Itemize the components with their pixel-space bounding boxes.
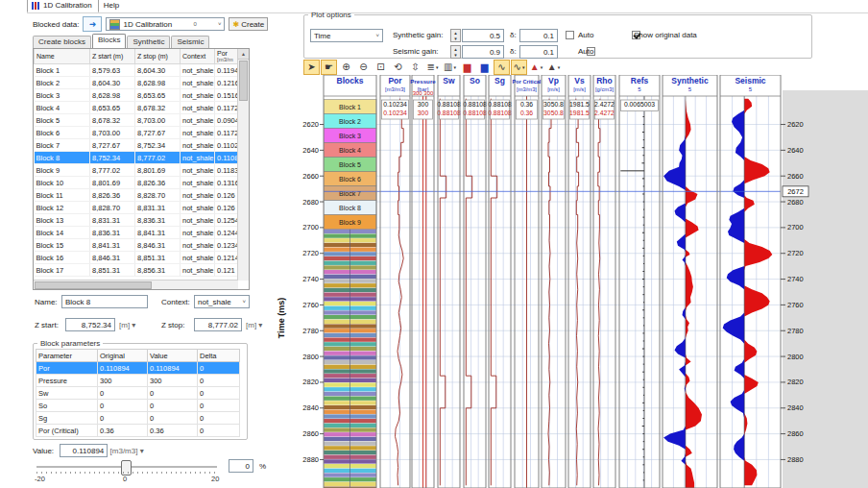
percent-input[interactable]: 0 [229,459,253,473]
table-row[interactable]: Block 68,703.008,727.67not_shale0.1172 [35,127,239,139]
table-row[interactable]: Block 98,777.028,801.69not_shale0.1183 [35,164,239,177]
svg-text:2780: 2780 [302,327,319,335]
synthetic-gain-input[interactable]: 0.5 [462,29,504,42]
svg-text:Block 2: Block 2 [339,118,361,125]
table-horizontal-scrollbar[interactable] [34,280,238,289]
vscroll-thumb[interactable] [239,61,248,101]
tab-seismic[interactable]: Seismic [171,36,209,48]
table-row[interactable]: Block 118,826.368,828.70not_shale0.126 [35,189,239,202]
marker-dark-icon[interactable]: ▲▾ [545,60,562,75]
table-row[interactable]: Block 18,579.638,604.30not_shale0.1194 [35,64,239,77]
marker-red-icon[interactable]: ▲▾ [528,60,544,75]
tab-create-blocks[interactable]: Create blocks [33,36,91,48]
svg-text:2860: 2860 [302,429,319,438]
value-row: Value: 0.110894 [m3/m3] ▾ [33,444,144,457]
create-button[interactable]: ✱ Create [229,17,268,31]
svg-text:[m/s]: [m/s] [547,86,560,92]
zstart-unit-dropdown[interactable]: [m] ▾ [119,321,135,329]
col-zstop[interactable]: Z stop (m) [135,49,181,64]
table-row[interactable]: Block 28,604.308,628.98not_shale0.1216 [35,77,239,89]
col-context[interactable]: Context [181,49,215,64]
parameter-row[interactable]: Pressure3003000 [36,375,240,387]
svg-text:0.88108: 0.88108 [437,101,461,108]
tab-synthetic[interactable]: Synthetic [127,36,170,48]
col-por[interactable]: Por[m3/m [215,49,239,64]
svg-text:2640: 2640 [787,146,804,155]
table-row[interactable]: Block 138,831.318,836.31not_shale0.1254 [35,214,239,227]
density-blue-icon[interactable]: ▆ [476,60,493,75]
density-red-icon[interactable]: ▆ [459,60,475,75]
params-col-value: Value [148,350,198,362]
table-row[interactable]: Block 128,828.708,831.31not_shale0.126 [35,202,239,214]
context-select[interactable]: not_shale˅ [194,295,250,308]
parameter-row[interactable]: Por (Critical)0.360.360 [36,425,240,437]
col-zstart[interactable]: Z start (m) [90,49,135,64]
zstart-input[interactable]: 8,752.34 [65,318,115,331]
tab-blocks[interactable]: Blocks [92,34,127,48]
wiggle-seismic-icon[interactable]: ∿▾ [511,60,527,75]
table-row[interactable]: Block 38,628.988,653.65not_shale0.1516 [35,89,239,102]
zstop-unit-dropdown[interactable]: [m] ▾ [246,321,262,329]
zstart-label: Z start: [35,321,59,329]
svg-text:0.88108: 0.88108 [437,110,461,116]
window-tab[interactable]: 1D Calibration [27,0,99,12]
svg-text:3050.8: 3050.8 [543,101,564,108]
plot-options-group: Plot options Time˅ Synthetic gain: ▴▾ 0.… [303,11,812,59]
zstop-input[interactable]: 8,777.02 [194,318,242,331]
seismic-gain-input[interactable]: 0.9 [462,45,504,59]
fit-view-icon[interactable]: ⇳ [407,60,423,75]
table-row[interactable]: Block 78,727.678,752.34not_shale0.1102 [35,139,239,152]
svg-text:Block 4: Block 4 [339,147,361,154]
window-tab[interactable]: Help [99,0,126,12]
parameter-row[interactable]: Por0.1108940.1108940 [36,362,240,375]
svg-text:Por: Por [388,76,402,85]
col-name[interactable]: Name [35,49,90,64]
table-header-row[interactable]: Name Z start (m) Z stop (m) Context Por[… [35,49,239,64]
plot-toolbar: ➤☛⊕⊖⊡⟲⇳≣▾▥▾▆▆∿∿▾▲▾▲▾ [303,59,562,75]
tracks-tree-icon[interactable]: ≣▾ [424,60,441,75]
zoom-out-icon[interactable]: ⊖ [355,60,372,75]
table-row[interactable]: Block 178,851.318,856.31not_shale0.121 [35,264,239,277]
table-row[interactable]: Block 108,801.698,826.36not_shale0.1316 [35,177,239,189]
table-row[interactable]: Block 88,752.348,777.02not_shale0.1108 [35,152,239,164]
parameter-row[interactable]: Sg000 [36,412,240,425]
synthetic-auto-checkbox[interactable] [566,31,574,39]
svg-text:Sw: Sw [443,76,455,85]
name-input[interactable]: Block 8 [61,295,148,308]
svg-text:2740: 2740 [787,275,804,283]
hscroll-thumb[interactable] [35,281,152,289]
table-row[interactable]: Block 148,836.318,841.31not_shale0.1244 [35,227,239,239]
zoom-window-icon[interactable]: ⊡ [373,60,389,75]
table-row[interactable]: Block 48,653.658,678.32not_shale0.1172 [35,102,239,114]
zoom-in-icon[interactable]: ⊕ [338,60,354,75]
parameter-row[interactable]: Sw000 [36,387,240,400]
seismic-delta-input[interactable]: 0.1 [519,45,558,59]
svg-text:0.88108: 0.88108 [488,101,512,108]
blocked-data-icon [109,19,120,30]
table-row[interactable]: Block 58,678.328,703.00not_shale0.0904 [35,114,239,127]
seismic-gain-spinner[interactable]: ▴▾ [450,45,461,59]
scroll-up-icon[interactable]: ▲ [238,49,249,60]
table-vertical-scrollbar[interactable]: ▲ [237,49,249,281]
blocked-data-combo[interactable]: 1D Calibration 0 ˅ [106,17,225,31]
columns-icon[interactable]: ▥▾ [442,60,458,75]
parameter-row[interactable]: So000 [36,400,240,412]
chevron-down-icon: ˅ [239,299,246,305]
select-cursor-icon[interactable]: ➤ [303,60,320,75]
zoom-undo-icon[interactable]: ⟲ [390,60,406,75]
synthetic-gain-spinner[interactable]: ▴▾ [450,29,461,42]
drop-arrow-button[interactable]: ➜ [83,16,102,32]
svg-text:2800: 2800 [302,353,319,361]
domain-select[interactable]: Time˅ [310,29,383,42]
value-input[interactable]: 0.110894 [60,444,108,457]
value-unit-dropdown[interactable]: [m3/m3] ▾ [110,447,144,455]
svg-text:So: So [470,76,480,85]
wiggle-synthetic-icon[interactable]: ∿ [494,60,510,75]
svg-text:Block 8: Block 8 [339,205,361,211]
calibration-plot[interactable]: Block 1Block 2Block 3Block 4Block 5Block… [275,75,868,488]
table-row[interactable]: Block 168,846.318,851.31not_shale0.1214 [35,252,239,264]
synthetic-delta-input[interactable]: 0.1 [519,29,558,42]
svg-text:0.10234: 0.10234 [383,110,407,116]
table-row[interactable]: Block 158,841.318,846.31not_shale0.1234 [35,239,239,252]
pan-hand-icon[interactable]: ☛ [321,60,337,75]
